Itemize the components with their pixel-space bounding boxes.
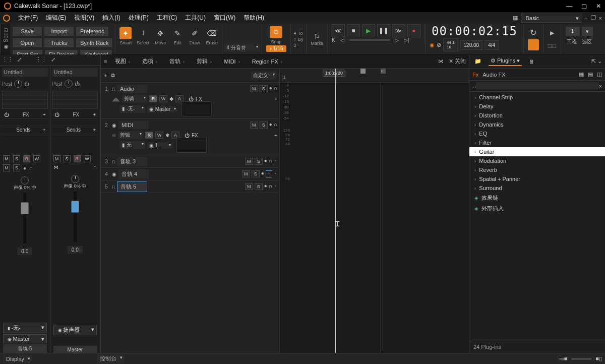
- forward-button[interactable]: ≫: [392, 24, 405, 37]
- draw-tool-icon[interactable]: ✐: [189, 27, 201, 39]
- tb-regionfx[interactable]: Region FX⌄: [249, 57, 286, 66]
- track3-name[interactable]: 音轨 3: [117, 157, 147, 166]
- automation-icon[interactable]: ⋈: [438, 58, 444, 65]
- strip1-eq[interactable]: [2, 91, 48, 109]
- win-close-icon[interactable]: ×: [599, 15, 602, 21]
- track5-name-editing[interactable]: 音轨 5: [117, 181, 147, 192]
- punch-settings-icon[interactable]: ⬚⬚: [548, 43, 557, 48]
- tb-tracks[interactable]: 音轨⌄: [166, 56, 189, 66]
- strip2-write[interactable]: W: [84, 155, 91, 162]
- duplicate-icon[interactable]: ⧉: [111, 72, 115, 79]
- synthrack-button[interactable]: Synth Rack: [76, 38, 113, 48]
- strip1-post-knob[interactable]: [14, 80, 22, 88]
- time-ruler[interactable]: 1 1:03:720 ▾ ▾: [280, 69, 469, 83]
- save-button[interactable]: Save: [12, 26, 42, 36]
- track1-solo[interactable]: S: [260, 85, 268, 92]
- strip1-fader[interactable]: [23, 193, 26, 244]
- plugin-modulation[interactable]: Modulation: [469, 156, 605, 165]
- strip1-s2[interactable]: S: [13, 164, 20, 171]
- snap-value[interactable]: ♪ 1/16: [266, 45, 286, 52]
- audio-engine-icon[interactable]: ⊘: [437, 42, 441, 48]
- close-panel[interactable]: ✕ 关闭: [449, 57, 466, 65]
- note-value-dropdown[interactable]: 4 分音符: [224, 44, 260, 52]
- plugin-filter[interactable]: Filter: [469, 138, 605, 147]
- menu-process[interactable]: 处理(P): [125, 14, 153, 22]
- browser-tab-plugins[interactable]: ⚙ Plugins ▾: [489, 56, 522, 66]
- record-indicator[interactable]: [528, 39, 539, 50]
- go-start-button[interactable]: K: [332, 37, 335, 43]
- strip2-pan-knob[interactable]: [71, 175, 79, 183]
- strip2-input[interactable]: ◉ 扬声器: [53, 325, 97, 335]
- app-menu-icon[interactable]: [3, 15, 10, 22]
- menu-insert[interactable]: 插入(I): [98, 14, 124, 22]
- sonar-tab[interactable]: ◉ Sonar: [0, 24, 10, 54]
- strip1-rec[interactable]: R: [23, 155, 30, 162]
- plugin-list[interactable]: Channel Strip Delay Distortion Dynamics …: [469, 92, 605, 342]
- plugin-distortion[interactable]: Distortion: [469, 111, 605, 120]
- plugin-surround[interactable]: Surround: [469, 184, 605, 193]
- strip2-eq[interactable]: [52, 91, 98, 109]
- layout-icon[interactable]: ▦: [513, 15, 518, 21]
- layout-dropdown[interactable]: Basic: [521, 14, 581, 23]
- pause-button[interactable]: ❚❚: [377, 24, 390, 37]
- maximize-button[interactable]: ▢: [581, 3, 587, 10]
- strip2-power-icon[interactable]: ⏻: [75, 81, 80, 87]
- tempo-display[interactable]: 120.00: [460, 40, 483, 50]
- add-track-button[interactable]: +: [104, 73, 107, 79]
- strip2-mute[interactable]: M: [53, 155, 60, 162]
- strip1-pan-knob[interactable]: [21, 176, 29, 185]
- play-button[interactable]: ▶: [362, 24, 375, 37]
- strip2-rec[interactable]: R: [74, 155, 81, 162]
- sample-rate[interactable]: 44.1 16: [443, 38, 458, 51]
- timesig-display[interactable]: 4/4: [485, 40, 499, 50]
- strip2-solo[interactable]: S: [64, 155, 71, 162]
- close-button[interactable]: ✕: [596, 3, 601, 10]
- punch-icon[interactable]: ▶: [550, 30, 554, 36]
- strip2-name[interactable]: Untitled: [52, 68, 98, 77]
- strip1-write[interactable]: W: [33, 155, 40, 162]
- tb-clips[interactable]: 剪辑⌄: [194, 56, 216, 66]
- track2-name[interactable]: MIDI: [118, 121, 149, 129]
- edit-tool-icon[interactable]: ✎: [171, 27, 184, 39]
- track1-in-dd[interactable]: ▮ -无-: [120, 105, 145, 113]
- rewind-button[interactable]: ≪: [332, 24, 345, 37]
- import-button[interactable]: Import: [44, 26, 74, 36]
- console-expand2-icon[interactable]: ⤢: [51, 56, 55, 63]
- console-dropdown[interactable]: 控制台: [97, 354, 125, 363]
- plugin-dynamics[interactable]: Dynamics: [469, 120, 605, 129]
- console-menu2-icon[interactable]: ⋮⋮: [36, 56, 47, 63]
- open-button[interactable]: Open: [12, 38, 42, 48]
- plugin-guitar[interactable]: Guitar: [469, 147, 605, 156]
- menu-view[interactable]: 视图(V): [70, 14, 98, 22]
- smart-tool-icon[interactable]: ✦: [119, 27, 132, 39]
- export-button[interactable]: ⬇: [565, 26, 580, 37]
- zoom-fit-icon[interactable]: ▭■: [559, 355, 568, 362]
- minimize-button[interactable]: —: [566, 3, 572, 10]
- win-restore-icon[interactable]: ❐: [591, 15, 596, 21]
- tb-midi[interactable]: MIDI⌄: [221, 57, 244, 66]
- search-clear-icon[interactable]: ×: [599, 83, 602, 89]
- hzoom-slider[interactable]: [571, 358, 591, 360]
- menu-file[interactable]: 文件(F): [14, 14, 42, 22]
- strip1-m2[interactable]: M: [3, 164, 10, 171]
- menu-tools[interactable]: 工具(U): [181, 14, 210, 22]
- track1-clip-dd[interactable]: 剪辑: [122, 95, 147, 103]
- win-min-icon[interactable]: –: [584, 15, 587, 21]
- track-menu-icon[interactable]: ≡: [104, 58, 107, 65]
- strip2-fx-add[interactable]: +: [93, 112, 96, 117]
- br-view2-icon[interactable]: ▤: [588, 71, 593, 78]
- track1-fx-power[interactable]: ⏻: [189, 96, 194, 102]
- custom-dropdown[interactable]: 自定义: [251, 72, 276, 80]
- plugin-delay[interactable]: Delay: [469, 102, 605, 111]
- stop-button[interactable]: ■: [347, 24, 360, 37]
- tb-options[interactable]: 选项⌄: [139, 56, 161, 66]
- tracks-button[interactable]: Tracks: [44, 38, 74, 48]
- strip2-fx-power[interactable]: ⏻: [54, 112, 59, 117]
- plugin-spatial[interactable]: Spatial + Panner: [469, 174, 605, 184]
- erase-tool-icon[interactable]: ⌫: [206, 27, 218, 39]
- go-end-button[interactable]: ▷|: [404, 37, 409, 43]
- zoom-v-icon[interactable]: ■▯: [595, 355, 602, 362]
- strip2-sends-add[interactable]: +: [93, 127, 96, 133]
- select-tool-icon[interactable]: Ｉ: [137, 27, 149, 39]
- track1-mute[interactable]: M: [250, 85, 258, 92]
